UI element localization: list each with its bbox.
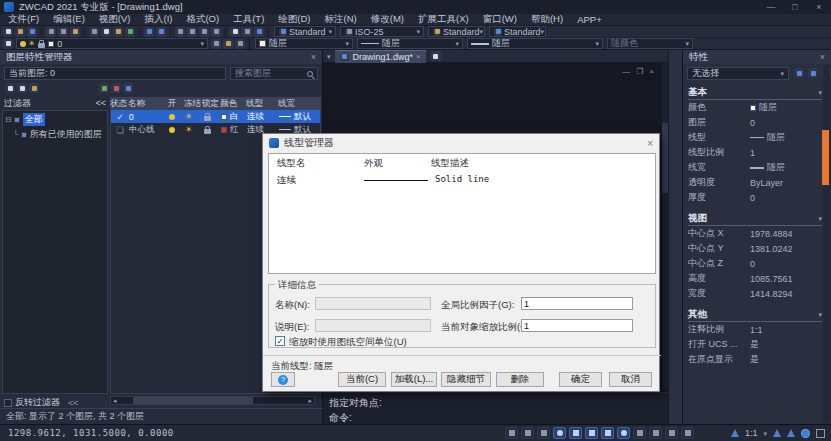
tab-list-icon[interactable]: ▾ (327, 53, 331, 60)
prop-height[interactable]: 高度1085.7561 (688, 271, 822, 286)
prop-linetype-scale[interactable]: 线型比例 1 (688, 145, 822, 160)
description-input[interactable] (315, 319, 431, 332)
new-filter-icon[interactable] (5, 83, 15, 93)
select-objects-icon[interactable] (808, 68, 818, 78)
grid-display-icon[interactable] (521, 427, 534, 439)
annotation-autoscale-icon[interactable] (787, 429, 795, 437)
ortho-mode-icon[interactable] (537, 427, 550, 439)
cut-icon[interactable] (89, 27, 99, 37)
filter-tree-item-all[interactable]: ⊟ 全部 (5, 113, 105, 126)
paste-icon[interactable] (113, 27, 123, 37)
new-file-icon[interactable] (3, 27, 13, 37)
menu-tools[interactable]: 工具(T) (233, 13, 264, 26)
unlock-icon[interactable] (204, 116, 211, 121)
snap-mode-icon[interactable] (505, 427, 518, 439)
object-scale-input[interactable] (521, 319, 633, 332)
transparency-display-icon[interactable] (649, 427, 662, 439)
layer-states-manager-icon[interactable] (29, 83, 39, 93)
properties-scrollbar[interactable] (823, 65, 830, 423)
lineweight-combo[interactable]: 随层 ▾ (467, 38, 603, 49)
mleader-style-combo[interactable]: Standard▾ (489, 26, 546, 37)
copy-icon[interactable] (101, 27, 111, 37)
menu-dimension[interactable]: 标注(N) (325, 13, 357, 26)
prop-thickness[interactable]: 厚度 0 (688, 190, 822, 205)
linetype-combo[interactable]: 随层 ▾ (357, 38, 463, 49)
help-button[interactable]: ? (271, 372, 295, 387)
close-button[interactable]: × (811, 1, 827, 13)
color-combo[interactable]: 随层 ▾ (255, 38, 353, 49)
selection-combo[interactable]: 无选择 ▾ (687, 67, 789, 80)
section-view[interactable]: 视图▾ (688, 212, 822, 226)
match-properties-icon[interactable] (125, 27, 135, 37)
prop-center-y[interactable]: 中心点 Y1381.0242 (688, 241, 822, 256)
prop-ucs-icon-on[interactable]: 打开 UCS ...是 (688, 337, 822, 352)
layer-panel-close-icon[interactable]: × (311, 52, 316, 62)
filter-tree-item-used[interactable]: └ 所有已使用的图层 (5, 128, 105, 141)
layer-isolate-icon[interactable] (235, 39, 245, 49)
workspace-icon[interactable] (681, 427, 694, 439)
prop-layer[interactable]: 图层 0 (688, 115, 822, 130)
hscrollbar-thumb[interactable] (133, 397, 253, 404)
text-style-combo[interactable]: Standard▾ (274, 26, 336, 37)
plot-icon[interactable] (46, 27, 56, 37)
layer-manager-icon[interactable] (3, 39, 13, 49)
name-input[interactable] (315, 297, 431, 310)
zoom-realtime-icon[interactable] (187, 27, 197, 37)
load-button[interactable]: 加载(L)... (391, 372, 437, 387)
dynamic-ucs-icon[interactable] (601, 427, 614, 439)
menu-modify[interactable]: 修改(M) (371, 13, 404, 26)
hide-details-button[interactable]: 隐藏细节 (441, 372, 491, 387)
command-line[interactable]: 指定对角点: 命令: (323, 392, 668, 424)
menu-help[interactable]: 帮助(H) (531, 13, 563, 26)
prop-linetype[interactable]: 线型 随层 (688, 130, 822, 145)
linetype-list[interactable]: 线型名 外观 线型描述 连续 Solid line (268, 153, 656, 274)
menu-edit[interactable]: 编辑(E) (53, 13, 85, 26)
pan-icon[interactable] (175, 27, 185, 37)
new-group-filter-icon[interactable] (17, 83, 27, 93)
bulb-on-icon[interactable] (169, 114, 175, 120)
thaw-icon[interactable]: ☀ (185, 126, 192, 134)
menu-view[interactable]: 视图(V) (99, 13, 131, 26)
prop-lineweight[interactable]: 线宽 随层 (688, 160, 822, 175)
redo-icon[interactable] (156, 27, 166, 37)
dim-style-combo[interactable]: ISO-25▾ (340, 26, 424, 37)
object-snap-tracking-icon[interactable] (585, 427, 598, 439)
properties-scrollbar-thumb[interactable] (822, 130, 829, 185)
new-layer-icon[interactable] (99, 83, 109, 93)
layer-states-icon[interactable] (242, 27, 252, 37)
mdi-minimize-icon[interactable]: — (622, 67, 630, 76)
mdi-restore-icon[interactable]: ❐ (636, 67, 643, 76)
layer-table-hscrollbar[interactable]: ◂ ▸ (110, 396, 315, 405)
set-current-icon[interactable] (123, 83, 133, 93)
maximize-button[interactable]: □ (787, 1, 803, 13)
prop-annotation-scale[interactable]: 注释比例1:1 (688, 322, 822, 337)
tab-close-icon[interactable]: × (416, 52, 421, 61)
menu-format[interactable]: 格式(O) (186, 13, 219, 26)
plot-style-combo[interactable]: 随颜色 ▾ (607, 38, 693, 49)
settings-gear-icon[interactable] (801, 429, 810, 438)
menu-file[interactable]: 文件(F) (8, 13, 39, 26)
zoom-previous-icon[interactable] (211, 27, 221, 37)
menu-insert[interactable]: 插入(I) (144, 13, 172, 26)
dialog-close-icon[interactable]: × (647, 138, 653, 149)
thaw-icon[interactable]: ☀ (185, 113, 192, 121)
prop-ucs-icon-origin[interactable]: 在原点显示是 (688, 352, 822, 367)
make-current-icon[interactable] (211, 39, 221, 49)
fullscreen-icon[interactable] (816, 429, 825, 438)
menu-app-plus[interactable]: APP+ (577, 14, 602, 25)
properties-palette-icon[interactable] (254, 27, 264, 37)
layer-search-input[interactable]: 搜索图层 (230, 67, 318, 80)
drawing-tab[interactable]: Drawing1.dwg* × (335, 50, 426, 63)
prop-transparency[interactable]: 透明度 ByLayer (688, 175, 822, 190)
current-button[interactable]: 当前(C) (338, 372, 386, 387)
annotation-monitor-icon[interactable] (665, 427, 678, 439)
invert-filter-checkbox[interactable] (4, 399, 12, 407)
preview-icon[interactable] (58, 27, 68, 37)
open-file-icon[interactable] (15, 27, 25, 37)
dynamic-input-icon[interactable] (617, 427, 630, 439)
bulb-on-icon[interactable] (169, 127, 175, 133)
prop-center-x[interactable]: 中心点 X1978.4884 (688, 226, 822, 241)
section-misc[interactable]: 其他▾ (688, 308, 822, 322)
menu-window[interactable]: 窗口(W) (483, 13, 517, 26)
color-red-swatch[interactable] (221, 127, 227, 133)
